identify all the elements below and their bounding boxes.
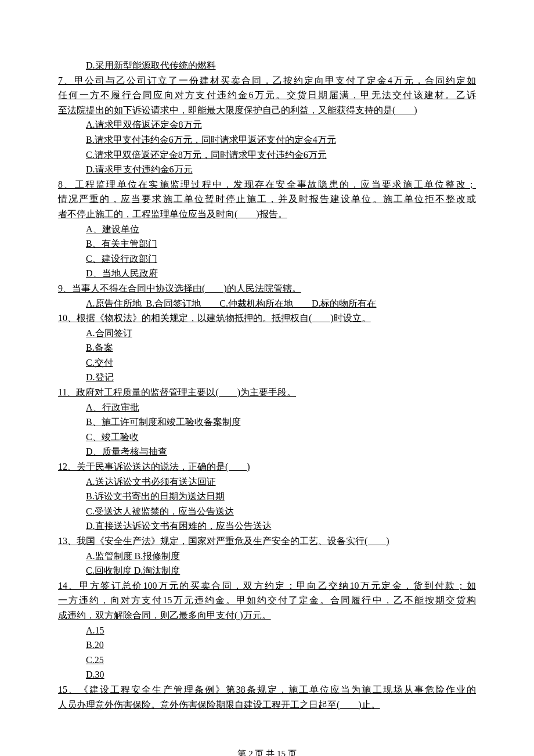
q8-stem-line1: 8、工程监理单位在实施监理过程中，发现存在安全事故隐患的，应当要求施工单位整改； (58, 177, 476, 192)
q13-stem: 13、我国《安全生产法》规定，国家对严重危及生产安全的工艺、设备实行( ) (58, 534, 476, 549)
q11-option-a: A、行政审批 (58, 400, 476, 415)
q14-option-b: B.20 (58, 638, 476, 653)
q7-option-c: C.请求甲双倍返还定金8万元，同时请求甲支付违约金6万元 (58, 147, 476, 163)
q12-stem: 12、关于民事诉讼送达的说法，正确的是( ) (58, 459, 476, 474)
q7-option-d: D.请求甲支付违约金6万元 (58, 162, 476, 177)
q12-option-d: D.直接送达诉讼文书有困难的，应当公告送达 (58, 519, 476, 534)
q15-stem-line2: 人员办理意外伤害保险。意外伤害保险期限自建设工程开工之日起至( )止。 (58, 697, 476, 712)
q10-option-a: A.合同签订 (58, 326, 476, 341)
q6-option-d: D.采用新型能源取代传统的燃料 (58, 58, 476, 73)
q10-option-c: C.交付 (58, 355, 476, 370)
q14-option-a: A.15 (58, 623, 476, 638)
q14-stem-line2: 一方违约，向对方支付15万元违约金。甲如约交付了定金。合同履行中，乙不能按期交货… (58, 593, 476, 608)
q8-option-c: C、建设行政部门 (58, 251, 476, 267)
q11-option-d: D、质量考核与抽查 (58, 444, 476, 459)
page-footer: 第 2 页 共 15 页 (58, 747, 476, 756)
q10-option-b: B.备案 (58, 340, 476, 355)
q8-option-b: B、有关主管部门 (58, 236, 476, 251)
q7-option-a: A.请求甲双倍返还定金8万元 (58, 117, 476, 132)
q7-stem-line3: 至法院提出的如下诉讼请求中，即能最大限度保护自己的利益，又能获得支持的是( ) (58, 103, 476, 118)
q11-option-c: C、竣工验收 (58, 430, 476, 445)
q7-option-b: B.请求甲支付违约金6万元，同时请求甲返还支付的定金4万元 (58, 132, 476, 147)
q14-option-c: C.25 (58, 653, 476, 668)
q8-stem-line2: 情况严重的，应当要求施工单位暂时停止施工，并及时报告建设单位。施工单位拒不整改或 (58, 192, 476, 207)
q11-stem: 11、政府对工程质量的监督管理主要以( )为主要手段。 (58, 385, 476, 400)
q13-options-ab: A.监管制度 B.报修制度 (58, 549, 476, 564)
q15-stem-line1: 15、《建设工程安全生产管理条例》第38条规定，施工单位应当为施工现场从事危险作… (58, 682, 476, 697)
q12-option-b: B.诉讼文书寄出的日期为送达日期 (58, 489, 476, 504)
q12-option-c: C.受送达人被监禁的，应当公告送达 (58, 504, 476, 519)
q14-stem-line1: 14、甲方签订总价100万元的买卖合同，双方约定：甲向乙交纳10万元定金，货到付… (58, 578, 476, 593)
q8-option-a: A、建设单位 (58, 222, 476, 237)
q14-stem-line3: 成违约，双方解除合同，则乙最多向甲支付( )万元。 (58, 608, 476, 623)
q11-option-b: B、施工许可制度和竣工验收备案制度 (58, 415, 476, 430)
q14-option-d: D.30 (58, 667, 476, 682)
q7-stem-line1: 7、甲公司与乙公司订立了一份建材买卖合同，乙按约定向甲支付了定金4万元，合同约定… (58, 73, 476, 88)
q10-stem: 10、根据《物权法》的相关规定，以建筑物抵押的。抵押权自( )时设立。 (58, 311, 476, 326)
q10-option-d: D.登记 (58, 370, 476, 385)
q7-stem-line2: 任何一方不履行合同应向对方支付违约金6万元。交货日期届满，甲无法交付该建材。乙诉 (58, 88, 476, 103)
q8-option-d: D、当地人民政府 (58, 266, 476, 281)
q13-options-cd: C.回收制度 D.淘汰制度 (58, 563, 476, 578)
q12-option-a: A.送达诉讼文书必须有送达回证 (58, 474, 476, 489)
q9-options: A.原告住所地 B.合同签订地 C.仲裁机构所在地 D.标的物所有在 (58, 296, 476, 311)
q8-stem-line3: 者不停止施工的，工程监理单位应当及时向( )报告。 (58, 207, 476, 222)
q9-stem: 9、当事人不得在合同中协议选择由( )的人民法院管辖。 (58, 281, 476, 296)
document-page: D.采用新型能源取代传统的燃料 7、甲公司与乙公司订立了一份建材买卖合同，乙按约… (0, 0, 534, 756)
